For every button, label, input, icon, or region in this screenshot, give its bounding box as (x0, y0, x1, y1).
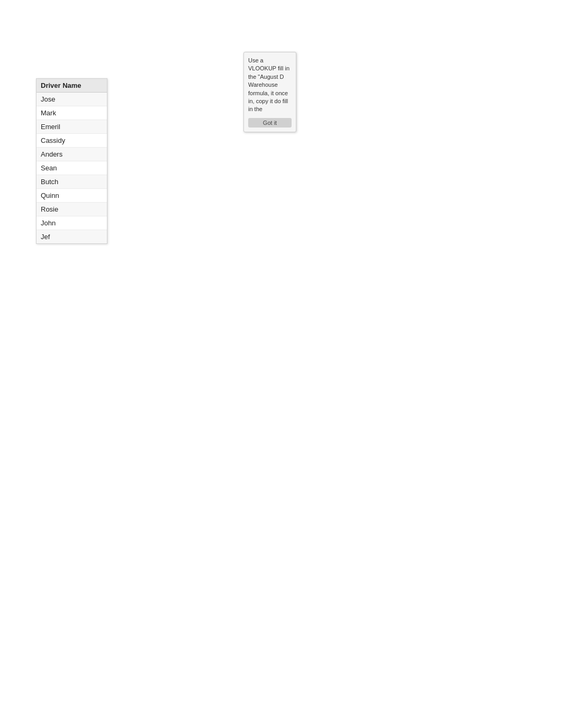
tooltip-got-it-button[interactable]: Got it (248, 118, 292, 128)
tooltip-text: Use a VLOOKUP fill in the "August D Ware… (248, 57, 289, 112)
driver-row[interactable]: John (37, 216, 107, 230)
tooltip-popup: Use a VLOOKUP fill in the "August D Ware… (243, 52, 296, 132)
driver-row[interactable]: Jef (37, 230, 107, 243)
driver-row[interactable]: Jose (37, 93, 107, 106)
driver-row[interactable]: Butch (37, 175, 107, 189)
driver-row[interactable]: Rosie (37, 203, 107, 216)
driver-row[interactable]: Quinn (37, 189, 107, 203)
driver-row[interactable]: Cassidy (37, 134, 107, 148)
driver-row[interactable]: Emeril (37, 120, 107, 134)
driver-row[interactable]: Anders (37, 148, 107, 161)
driver-name-table: Driver Name JoseMarkEmerilCassidyAndersS… (36, 78, 107, 244)
driver-row[interactable]: Mark (37, 106, 107, 120)
driver-row[interactable]: Sean (37, 161, 107, 175)
driver-name-column-header: Driver Name (37, 79, 107, 93)
